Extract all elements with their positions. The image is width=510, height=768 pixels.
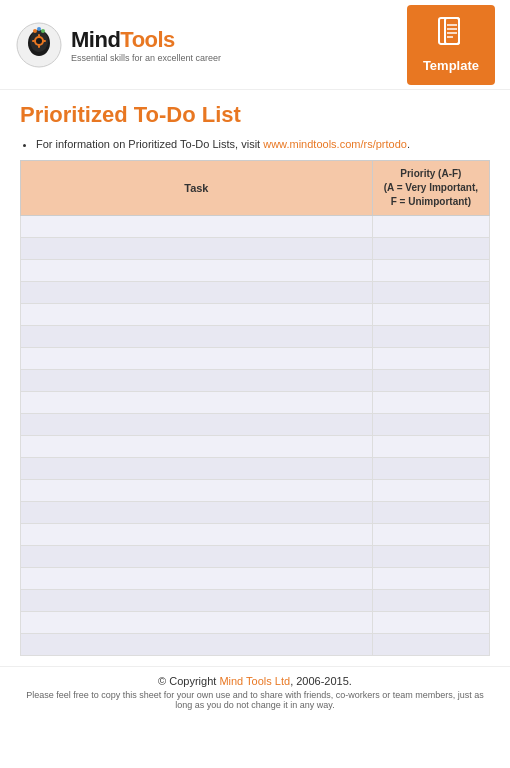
task-cell: [21, 238, 373, 260]
task-cell: [21, 392, 373, 414]
svg-point-9: [33, 29, 37, 33]
priority-cell: [372, 414, 489, 436]
task-cell: [21, 546, 373, 568]
task-cell: [21, 480, 373, 502]
priority-column-header: Priority (A-F) (A = Very Important, F = …: [372, 161, 489, 216]
table-row: [21, 238, 490, 260]
svg-point-10: [37, 27, 41, 31]
priority-cell: [372, 238, 489, 260]
table-row: [21, 326, 490, 348]
table-row: [21, 458, 490, 480]
svg-point-11: [41, 29, 45, 33]
task-cell: [21, 590, 373, 612]
description-section: For information on Prioritized To-Do Lis…: [0, 134, 510, 160]
task-cell: [21, 348, 373, 370]
table-row: [21, 612, 490, 634]
todo-table: Task Priority (A-F) (A = Very Important,…: [20, 160, 490, 656]
mindtools-logo-icon: [15, 21, 63, 69]
table-row: [21, 414, 490, 436]
task-cell: [21, 282, 373, 304]
priority-cell: [372, 524, 489, 546]
task-cell: [21, 634, 373, 656]
table-row: [21, 260, 490, 282]
priority-cell: [372, 304, 489, 326]
priority-cell: [372, 370, 489, 392]
priority-cell: [372, 436, 489, 458]
svg-rect-12: [439, 18, 459, 44]
task-cell: [21, 502, 373, 524]
svg-rect-7: [32, 40, 35, 42]
task-cell: [21, 568, 373, 590]
task-cell: [21, 458, 373, 480]
task-cell: [21, 524, 373, 546]
task-cell: [21, 612, 373, 634]
table-row: [21, 546, 490, 568]
footer-copyright: © Copyright Mind Tools Ltd, 2006-2015.: [20, 675, 490, 687]
task-cell: [21, 216, 373, 238]
page-title-section: Prioritized To-Do List: [0, 90, 510, 134]
page-header: MindTools Essential skills for an excell…: [0, 0, 510, 90]
priority-cell: [372, 326, 489, 348]
template-badge-label: Template: [423, 58, 479, 73]
svg-point-4: [36, 38, 42, 44]
svg-rect-13: [445, 18, 459, 44]
task-cell: [21, 414, 373, 436]
priority-cell: [372, 392, 489, 414]
table-row: [21, 436, 490, 458]
table-row: [21, 348, 490, 370]
logo-brand: MindTools: [71, 27, 221, 53]
table-row: [21, 502, 490, 524]
table-row: [21, 282, 490, 304]
svg-rect-6: [38, 45, 40, 48]
priority-cell: [372, 546, 489, 568]
table-row: [21, 392, 490, 414]
task-cell: [21, 260, 373, 282]
template-icon: [437, 17, 465, 53]
table-row: [21, 524, 490, 546]
logo-tagline: Essential skills for an excellent career: [71, 53, 221, 63]
template-badge: Template: [407, 5, 495, 85]
table-row: [21, 304, 490, 326]
priority-cell: [372, 282, 489, 304]
table-row: [21, 370, 490, 392]
task-cell: [21, 304, 373, 326]
description-text: For information on Prioritized To-Do Lis…: [36, 138, 263, 150]
table-body: [21, 216, 490, 656]
priority-cell: [372, 458, 489, 480]
table-row: [21, 480, 490, 502]
priority-cell: [372, 568, 489, 590]
priority-cell: [372, 590, 489, 612]
task-cell: [21, 326, 373, 348]
priority-cell: [372, 634, 489, 656]
table-row: [21, 568, 490, 590]
priority-cell: [372, 348, 489, 370]
svg-rect-5: [38, 34, 40, 37]
task-column-header: Task: [21, 161, 373, 216]
priority-cell: [372, 480, 489, 502]
page-footer: © Copyright Mind Tools Ltd, 2006-2015. P…: [0, 666, 510, 716]
table-row: [21, 216, 490, 238]
priority-cell: [372, 216, 489, 238]
priority-cell: [372, 502, 489, 524]
table-header-row: Task Priority (A-F) (A = Very Important,…: [21, 161, 490, 216]
table-container: Task Priority (A-F) (A = Very Important,…: [0, 160, 510, 656]
description-link[interactable]: www.mindtools.com/rs/prtodo: [263, 138, 407, 150]
footer-link[interactable]: Mind Tools Ltd: [219, 675, 290, 687]
priority-cell: [372, 612, 489, 634]
footer-note: Please feel free to copy this sheet for …: [20, 690, 490, 710]
logo-area: MindTools Essential skills for an excell…: [15, 21, 221, 69]
page-title: Prioritized To-Do List: [20, 102, 490, 128]
task-cell: [21, 436, 373, 458]
table-row: [21, 634, 490, 656]
logo-text: MindTools Essential skills for an excell…: [71, 27, 221, 63]
task-cell: [21, 370, 373, 392]
table-row: [21, 590, 490, 612]
svg-rect-8: [43, 40, 46, 42]
priority-cell: [372, 260, 489, 282]
